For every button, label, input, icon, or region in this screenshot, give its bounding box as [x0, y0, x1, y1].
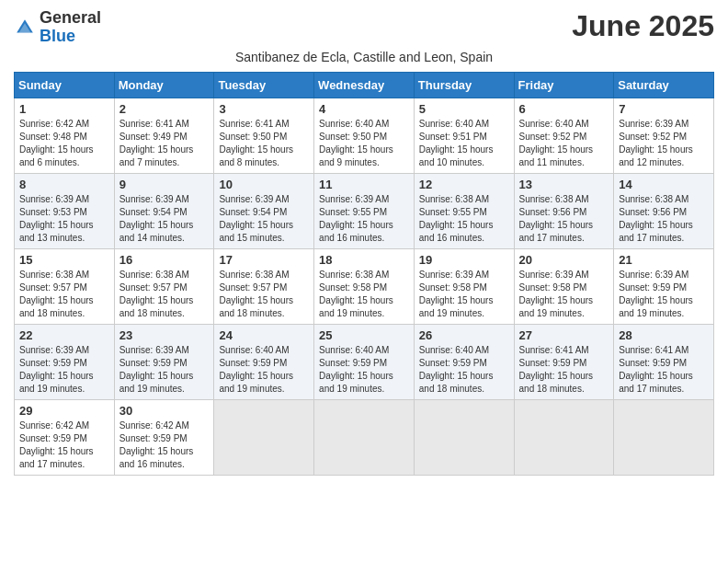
page-title: June 2025 — [572, 9, 714, 43]
header-day-wednesday: Wednesday — [314, 72, 415, 98]
calendar-cell: 30Sunrise: 6:42 AMSunset: 9:59 PMDayligh… — [114, 399, 214, 475]
day-number: 26 — [419, 328, 509, 342]
calendar-cell: 17Sunrise: 6:38 AMSunset: 9:57 PMDayligh… — [214, 248, 314, 324]
logo-text: General Blue — [40, 9, 101, 46]
day-info: Sunrise: 6:39 AMSunset: 9:52 PMDaylight:… — [619, 118, 709, 169]
day-info: Sunrise: 6:38 AMSunset: 9:58 PMDaylight:… — [319, 269, 409, 320]
calendar-cell: 7Sunrise: 6:39 AMSunset: 9:52 PMDaylight… — [614, 98, 714, 173]
day-number: 15 — [19, 253, 109, 267]
page-header: General Blue June 2025 — [14, 9, 714, 46]
day-number: 28 — [619, 328, 709, 342]
day-info: Sunrise: 6:39 AMSunset: 9:53 PMDaylight:… — [19, 193, 109, 245]
day-number: 9 — [119, 178, 210, 191]
day-info: Sunrise: 6:41 AMSunset: 9:59 PMDaylight:… — [619, 344, 709, 396]
header-day-tuesday: Tuesday — [214, 72, 314, 98]
day-info: Sunrise: 6:40 AMSunset: 9:52 PMDaylight:… — [519, 118, 609, 169]
calendar-cell: 3Sunrise: 6:41 AMSunset: 9:50 PMDaylight… — [214, 98, 314, 173]
day-number: 29 — [19, 404, 109, 418]
day-number: 18 — [319, 253, 409, 267]
day-info: Sunrise: 6:38 AMSunset: 9:57 PMDaylight:… — [119, 269, 210, 320]
logo: General Blue — [14, 9, 101, 46]
day-info: Sunrise: 6:40 AMSunset: 9:50 PMDaylight:… — [319, 118, 409, 169]
calendar-week-3: 15Sunrise: 6:38 AMSunset: 9:57 PMDayligh… — [15, 248, 714, 324]
calendar-table: SundayMondayTuesdayWednesdayThursdayFrid… — [14, 72, 714, 476]
location-subtitle: Santibanez de Ecla, Castille and Leon, S… — [14, 50, 714, 64]
day-number: 3 — [219, 102, 309, 116]
calendar-cell: 26Sunrise: 6:40 AMSunset: 9:59 PMDayligh… — [414, 324, 514, 399]
calendar-cell: 28Sunrise: 6:41 AMSunset: 9:59 PMDayligh… — [614, 324, 714, 399]
calendar-week-5: 29Sunrise: 6:42 AMSunset: 9:59 PMDayligh… — [15, 399, 714, 475]
day-info: Sunrise: 6:42 AMSunset: 9:59 PMDaylight:… — [19, 419, 109, 471]
day-info: Sunrise: 6:40 AMSunset: 9:59 PMDaylight:… — [419, 344, 509, 396]
day-number: 22 — [19, 328, 109, 342]
header-day-sunday: Sunday — [15, 72, 115, 98]
day-number: 8 — [19, 178, 109, 191]
day-info: Sunrise: 6:40 AMSunset: 9:59 PMDaylight:… — [319, 344, 409, 396]
calendar-cell: 23Sunrise: 6:39 AMSunset: 9:59 PMDayligh… — [114, 324, 214, 399]
calendar-cell: 18Sunrise: 6:38 AMSunset: 9:58 PMDayligh… — [314, 248, 415, 324]
day-info: Sunrise: 6:40 AMSunset: 9:51 PMDaylight:… — [419, 118, 509, 169]
calendar-cell: 13Sunrise: 6:38 AMSunset: 9:56 PMDayligh… — [514, 173, 614, 248]
day-info: Sunrise: 6:41 AMSunset: 9:49 PMDaylight:… — [119, 118, 210, 169]
calendar-header-row: SundayMondayTuesdayWednesdayThursdayFrid… — [15, 72, 714, 98]
calendar-cell: 19Sunrise: 6:39 AMSunset: 9:58 PMDayligh… — [414, 248, 514, 324]
day-info: Sunrise: 6:39 AMSunset: 9:54 PMDaylight:… — [219, 193, 309, 245]
calendar-cell: 6Sunrise: 6:40 AMSunset: 9:52 PMDaylight… — [514, 98, 614, 173]
day-info: Sunrise: 6:39 AMSunset: 9:59 PMDaylight:… — [119, 344, 210, 396]
day-number: 5 — [419, 102, 509, 116]
day-info: Sunrise: 6:39 AMSunset: 9:54 PMDaylight:… — [119, 193, 210, 245]
day-number: 25 — [319, 328, 409, 342]
calendar-cell: 21Sunrise: 6:39 AMSunset: 9:59 PMDayligh… — [614, 248, 714, 324]
calendar-cell — [214, 399, 314, 475]
day-number: 11 — [319, 178, 409, 191]
day-number: 6 — [519, 102, 609, 116]
calendar-cell: 24Sunrise: 6:40 AMSunset: 9:59 PMDayligh… — [214, 324, 314, 399]
calendar-cell: 25Sunrise: 6:40 AMSunset: 9:59 PMDayligh… — [314, 324, 415, 399]
day-info: Sunrise: 6:39 AMSunset: 9:59 PMDaylight:… — [19, 344, 109, 396]
day-info: Sunrise: 6:38 AMSunset: 9:55 PMDaylight:… — [419, 193, 509, 245]
calendar-cell — [514, 399, 614, 475]
day-number: 23 — [119, 328, 210, 342]
day-info: Sunrise: 6:38 AMSunset: 9:56 PMDaylight:… — [619, 193, 709, 245]
day-number: 30 — [119, 404, 210, 418]
day-number: 24 — [219, 328, 309, 342]
day-info: Sunrise: 6:40 AMSunset: 9:59 PMDaylight:… — [219, 344, 309, 396]
day-info: Sunrise: 6:42 AMSunset: 9:48 PMDaylight:… — [19, 118, 109, 169]
header-day-saturday: Saturday — [614, 72, 714, 98]
header-day-thursday: Thursday — [414, 72, 514, 98]
calendar-cell: 8Sunrise: 6:39 AMSunset: 9:53 PMDaylight… — [15, 173, 115, 248]
calendar-cell — [314, 399, 415, 475]
calendar-cell: 29Sunrise: 6:42 AMSunset: 9:59 PMDayligh… — [15, 399, 115, 475]
calendar-cell: 22Sunrise: 6:39 AMSunset: 9:59 PMDayligh… — [15, 324, 115, 399]
calendar-cell — [614, 399, 714, 475]
calendar-cell: 20Sunrise: 6:39 AMSunset: 9:58 PMDayligh… — [514, 248, 614, 324]
calendar-cell: 9Sunrise: 6:39 AMSunset: 9:54 PMDaylight… — [114, 173, 214, 248]
day-number: 27 — [519, 328, 609, 342]
calendar-week-4: 22Sunrise: 6:39 AMSunset: 9:59 PMDayligh… — [15, 324, 714, 399]
day-number: 7 — [619, 102, 709, 116]
day-info: Sunrise: 6:38 AMSunset: 9:57 PMDaylight:… — [19, 269, 109, 320]
header-day-friday: Friday — [514, 72, 614, 98]
day-number: 16 — [119, 253, 210, 267]
day-number: 17 — [219, 253, 309, 267]
day-info: Sunrise: 6:39 AMSunset: 9:55 PMDaylight:… — [319, 193, 409, 245]
calendar-cell: 5Sunrise: 6:40 AMSunset: 9:51 PMDaylight… — [414, 98, 514, 173]
logo-icon — [14, 17, 36, 39]
day-number: 10 — [219, 178, 309, 191]
day-info: Sunrise: 6:38 AMSunset: 9:57 PMDaylight:… — [219, 269, 309, 320]
day-number: 2 — [119, 102, 210, 116]
calendar-cell: 10Sunrise: 6:39 AMSunset: 9:54 PMDayligh… — [214, 173, 314, 248]
day-info: Sunrise: 6:39 AMSunset: 9:59 PMDaylight:… — [619, 269, 709, 320]
day-info: Sunrise: 6:42 AMSunset: 9:59 PMDaylight:… — [119, 419, 210, 471]
calendar-cell: 12Sunrise: 6:38 AMSunset: 9:55 PMDayligh… — [414, 173, 514, 248]
day-info: Sunrise: 6:41 AMSunset: 9:50 PMDaylight:… — [219, 118, 309, 169]
calendar-cell: 16Sunrise: 6:38 AMSunset: 9:57 PMDayligh… — [114, 248, 214, 324]
calendar-week-2: 8Sunrise: 6:39 AMSunset: 9:53 PMDaylight… — [15, 173, 714, 248]
day-info: Sunrise: 6:41 AMSunset: 9:59 PMDaylight:… — [519, 344, 609, 396]
calendar-cell: 2Sunrise: 6:41 AMSunset: 9:49 PMDaylight… — [114, 98, 214, 173]
calendar-cell: 11Sunrise: 6:39 AMSunset: 9:55 PMDayligh… — [314, 173, 415, 248]
day-number: 12 — [419, 178, 509, 191]
calendar-cell: 1Sunrise: 6:42 AMSunset: 9:48 PMDaylight… — [15, 98, 115, 173]
day-number: 14 — [619, 178, 709, 191]
calendar-cell: 14Sunrise: 6:38 AMSunset: 9:56 PMDayligh… — [614, 173, 714, 248]
